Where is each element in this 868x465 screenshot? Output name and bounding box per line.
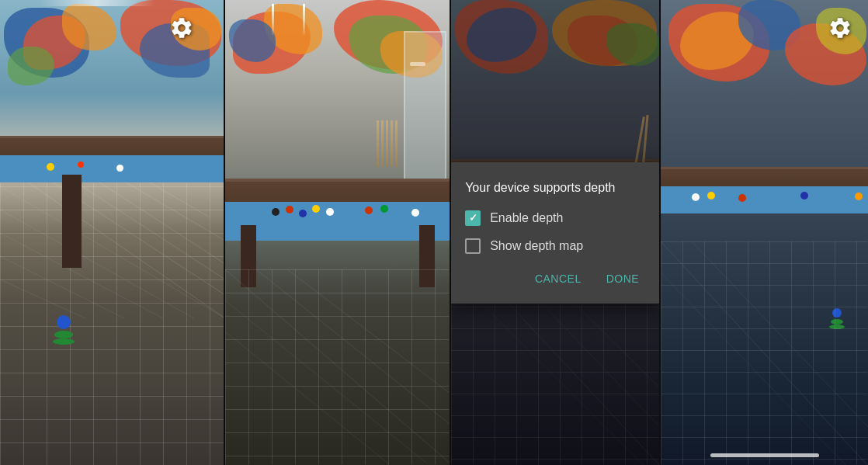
- ceiling-light-center-2: [303, 4, 305, 35]
- depth-dialog: Your device supports depth ✓ Enable dept…: [451, 162, 660, 304]
- panel-left: [0, 0, 224, 465]
- dialog-title: Your device supports depth: [465, 181, 645, 195]
- panel-right-main: Your device supports depth ✓ Enable dept…: [451, 0, 660, 465]
- gear-icon-far-right[interactable]: [828, 16, 852, 40]
- dialog-actions: CANCEL DONE: [465, 266, 645, 291]
- floor-grid-left: [0, 163, 224, 465]
- pool-table-felt-far-right: [661, 186, 868, 213]
- pool-table-felt-center: [225, 202, 449, 241]
- show-depth-map-option[interactable]: Show depth map: [465, 238, 645, 254]
- ball-2: [78, 161, 84, 168]
- enable-depth-option[interactable]: ✓ Enable depth: [465, 210, 645, 226]
- pool-table-leg-left: [62, 175, 82, 268]
- nav-bar: [710, 453, 819, 457]
- floor-grid-far-right: [661, 241, 868, 465]
- gear-icon-left[interactable]: [169, 16, 194, 40]
- enable-depth-label: Enable depth: [490, 211, 563, 225]
- done-button[interactable]: DONE: [600, 266, 645, 291]
- floor-grid-center: [225, 269, 449, 465]
- checkmark-icon: ✓: [469, 213, 477, 223]
- cue-rack: [377, 120, 398, 167]
- pool-table-felt-left: [0, 155, 224, 182]
- cancel-button[interactable]: CANCEL: [529, 266, 588, 291]
- ar-toy-left: [53, 315, 75, 345]
- glass-door: [404, 31, 446, 186]
- ball-3: [116, 165, 123, 172]
- main-scene: Your device supports depth ✓ Enable dept…: [0, 0, 868, 465]
- dialog-overlay: Your device supports depth ✓ Enable dept…: [451, 0, 660, 465]
- svg-rect-0: [0, 163, 224, 465]
- enable-depth-checkbox[interactable]: ✓: [465, 210, 481, 226]
- panel-far-right: [661, 0, 868, 465]
- ceiling-light-center: [272, 4, 274, 35]
- ball-1: [47, 163, 54, 171]
- door-handle: [410, 62, 425, 66]
- panel-center: [225, 0, 449, 465]
- ceiling-light-left: [39, 0, 155, 6]
- show-depth-map-checkbox[interactable]: [465, 238, 481, 254]
- show-depth-map-label: Show depth map: [490, 239, 583, 253]
